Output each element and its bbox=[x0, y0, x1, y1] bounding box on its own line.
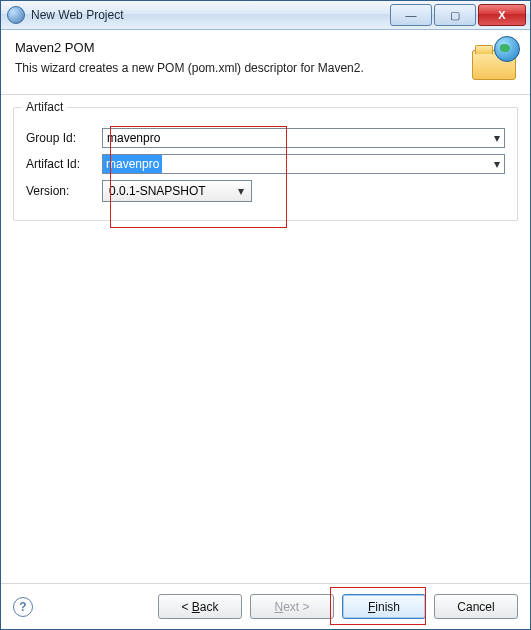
titlebar[interactable]: New Web Project — ▢ X bbox=[1, 1, 530, 30]
artifact-id-combo[interactable]: mavenpro ▾ bbox=[102, 154, 505, 174]
maximize-button[interactable]: ▢ bbox=[434, 4, 476, 26]
artifact-group-title: Artifact bbox=[22, 100, 67, 114]
wizard-title: Maven2 POM bbox=[15, 40, 462, 55]
group-id-combo[interactable]: ▾ bbox=[102, 128, 505, 148]
dialog-window: New Web Project — ▢ X Maven2 POM This wi… bbox=[0, 0, 531, 630]
help-button[interactable]: ? bbox=[13, 597, 33, 617]
artifact-id-input[interactable] bbox=[102, 154, 505, 174]
window-controls: — ▢ X bbox=[390, 4, 526, 26]
wizard-description: This wizard creates a new POM (pom.xml) … bbox=[15, 61, 462, 75]
version-value: 0.0.1-SNAPSHOT bbox=[109, 184, 206, 198]
group-id-input[interactable] bbox=[102, 128, 505, 148]
cancel-button[interactable]: Cancel bbox=[434, 594, 518, 619]
artifact-id-row: Artifact Id: mavenpro ▾ bbox=[26, 154, 505, 174]
window-title: New Web Project bbox=[31, 8, 390, 22]
finish-button[interactable]: Finish bbox=[342, 594, 426, 619]
help-icon: ? bbox=[19, 600, 26, 614]
wizard-body: Artifact Group Id: ▾ Artifact Id: mavenp… bbox=[1, 95, 530, 583]
artifact-group: Artifact Group Id: ▾ Artifact Id: mavenp… bbox=[13, 107, 518, 221]
button-bar: ? < Back Next > Finish Cancel bbox=[1, 583, 530, 629]
artifact-id-label: Artifact Id: bbox=[26, 157, 96, 171]
minimize-button[interactable]: — bbox=[390, 4, 432, 26]
group-id-row: Group Id: ▾ bbox=[26, 128, 505, 148]
back-button[interactable]: < Back bbox=[158, 594, 242, 619]
version-label: Version: bbox=[26, 184, 96, 198]
close-button[interactable]: X bbox=[478, 4, 526, 26]
wizard-header-text: Maven2 POM This wizard creates a new POM… bbox=[15, 40, 462, 75]
chevron-down-icon: ▾ bbox=[233, 181, 249, 201]
app-icon bbox=[7, 6, 25, 24]
version-combo[interactable]: 0.0.1-SNAPSHOT ▾ bbox=[102, 180, 252, 202]
globe-icon bbox=[494, 36, 520, 62]
version-row: Version: 0.0.1-SNAPSHOT ▾ bbox=[26, 180, 505, 202]
next-button: Next > bbox=[250, 594, 334, 619]
group-id-label: Group Id: bbox=[26, 131, 96, 145]
wizard-icon bbox=[472, 40, 516, 80]
wizard-header: Maven2 POM This wizard creates a new POM… bbox=[1, 30, 530, 95]
